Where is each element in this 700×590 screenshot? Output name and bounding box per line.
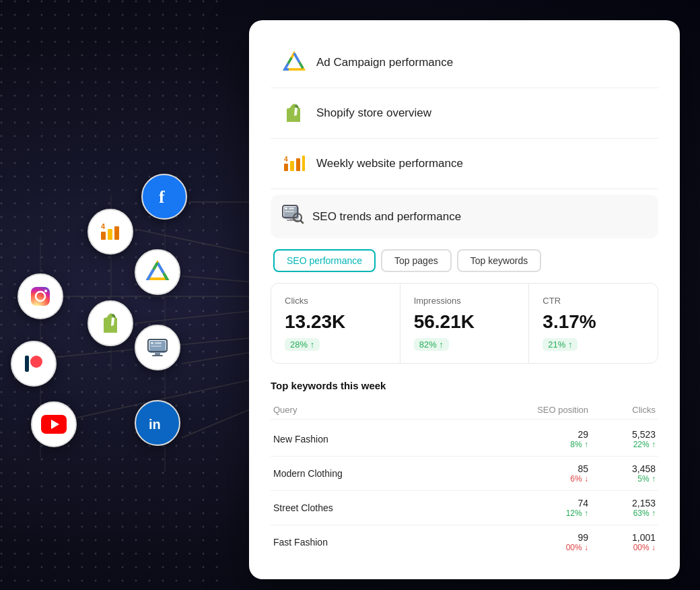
ad-campaign-item[interactable]: Ad Campaign performance	[271, 40, 658, 85]
weekly-item[interactable]: 4 Weekly website performance	[271, 141, 658, 186]
seo-tabs: SEO performance Top pages Top keywords	[271, 249, 658, 272]
svg-rect-57	[289, 207, 294, 209]
svg-rect-56	[285, 207, 287, 209]
col-clicks: Clicks	[588, 405, 656, 415]
seo-section: SEO trends and performance SEO performan…	[271, 195, 658, 559]
stat-ctr: CTR 3.17% 21% ↑	[529, 284, 658, 363]
svg-point-26	[30, 356, 42, 368]
seo-icon	[281, 203, 304, 230]
svg-rect-53	[302, 156, 305, 171]
impressions-value: 56.21K	[414, 311, 516, 333]
svg-rect-40	[151, 342, 153, 344]
seo-pos-4: 99 00% ↓	[494, 532, 588, 552]
svg-text:4: 4	[284, 156, 288, 163]
svg-point-25	[44, 290, 47, 292]
stats-row: Clicks 13.23K 28% ↑ Impressions 56.21K 8…	[271, 283, 658, 364]
stat-impressions: Impressions 56.21K 82% ↑	[400, 284, 529, 363]
svg-rect-43	[155, 353, 160, 355]
stat-clicks: Clicks 13.23K 28% ↑	[271, 284, 400, 363]
clicks-value: 13.23K	[285, 311, 386, 333]
shopify-menu-icon	[281, 100, 307, 126]
impressions-change: 82% ↑	[414, 338, 449, 351]
tab-seo-performance[interactable]: SEO performance	[273, 249, 376, 272]
query-2: Modern Clothing	[273, 468, 494, 479]
clicks-2: 3,458 5% ↑	[588, 463, 656, 484]
shopify-icon-circle[interactable]	[88, 300, 133, 346]
divider-3	[271, 189, 658, 189]
svg-rect-33	[114, 226, 119, 240]
seo-pos-1: 29 8% ↑	[494, 429, 588, 449]
linkedin-icon-circle[interactable]: in	[135, 400, 180, 446]
svg-rect-58	[285, 211, 294, 212]
facebook-icon-circle[interactable]: f	[141, 174, 187, 220]
top-keywords-title: Top keywords this week	[271, 380, 658, 391]
svg-rect-60	[287, 220, 299, 221]
tab-top-keywords[interactable]: Top keywords	[457, 249, 542, 272]
svg-rect-50	[284, 164, 288, 171]
svg-rect-59	[289, 218, 296, 220]
impressions-label: Impressions	[414, 296, 516, 306]
ad-campaign-label: Ad Campaign performance	[316, 56, 453, 69]
table-row: Fast Fashion 99 00% ↓ 1,001 00% ↓	[271, 525, 658, 559]
divider-1	[271, 88, 658, 88]
query-1: New Fashion	[273, 434, 494, 445]
shopify-item[interactable]: Shopify store overview	[271, 91, 658, 135]
ad-campaign-icon	[281, 50, 307, 75]
table-header: Query SEO position Clicks	[271, 401, 658, 420]
clicks-4: 1,001 00% ↓	[588, 532, 656, 552]
svg-rect-42	[151, 346, 162, 347]
svg-text:f: f	[159, 187, 165, 207]
weekly-label: Weekly website performance	[316, 157, 463, 170]
svg-rect-41	[155, 342, 162, 344]
ctr-value: 3.17%	[542, 311, 644, 333]
divider-2	[271, 138, 658, 139]
seo-pos-2: 85 6% ↓	[494, 463, 588, 484]
clicks-change: 28% ↑	[285, 338, 320, 351]
clicks-1: 5,523 22% ↑	[588, 429, 656, 449]
svg-marker-48	[285, 53, 304, 69]
query-4: Fast Fashion	[273, 537, 494, 548]
ctr-change: 21% ↑	[542, 338, 578, 351]
youtube-icon-circle[interactable]	[31, 401, 77, 447]
svg-rect-32	[108, 229, 112, 240]
svg-rect-27	[25, 356, 29, 372]
google-ads-icon-circle[interactable]	[135, 249, 180, 295]
tab-top-pages[interactable]: Top pages	[381, 249, 452, 272]
table-row: Modern Clothing 85 6% ↓ 3,458 5% ↑	[271, 457, 658, 491]
svg-rect-23	[31, 287, 50, 306]
svg-text:4: 4	[101, 222, 106, 230]
svg-rect-51	[290, 161, 294, 171]
svg-marker-46	[285, 53, 304, 69]
main-card: Ad Campaign performance Shopify store ov…	[249, 20, 680, 579]
table-row: Street Clothes 74 12% ↑ 2,153 63% ↑	[271, 491, 658, 525]
col-query: Query	[273, 405, 494, 415]
svg-rect-52	[296, 158, 300, 171]
svg-rect-31	[101, 232, 106, 240]
svg-rect-44	[152, 355, 163, 356]
svg-text:in: in	[149, 417, 161, 432]
tools-icon-circle[interactable]	[135, 325, 180, 370]
table-row: New Fashion 29 8% ↑ 5,523 22% ↑	[271, 422, 658, 457]
seo-pos-3: 74 12% ↑	[494, 498, 588, 518]
clicks-3: 2,153 63% ↑	[588, 498, 656, 518]
ctr-label: CTR	[542, 296, 644, 306]
seo-section-title: SEO trends and performance	[312, 210, 461, 224]
analytics-icon-circle[interactable]: 4	[88, 209, 133, 255]
instagram-icon-circle[interactable]	[18, 273, 63, 319]
svg-line-62	[301, 221, 304, 224]
clicks-label: Clicks	[285, 296, 386, 306]
col-seo-position: SEO position	[494, 405, 588, 415]
patreon-icon-circle[interactable]	[11, 341, 57, 387]
shopify-label: Shopify store overview	[316, 106, 431, 120]
scene: 4 f	[0, 0, 700, 590]
seo-header: SEO trends and performance	[271, 195, 658, 238]
weekly-icon: 4	[281, 151, 307, 176]
query-3: Street Clothes	[273, 502, 494, 513]
svg-marker-47	[285, 53, 304, 69]
